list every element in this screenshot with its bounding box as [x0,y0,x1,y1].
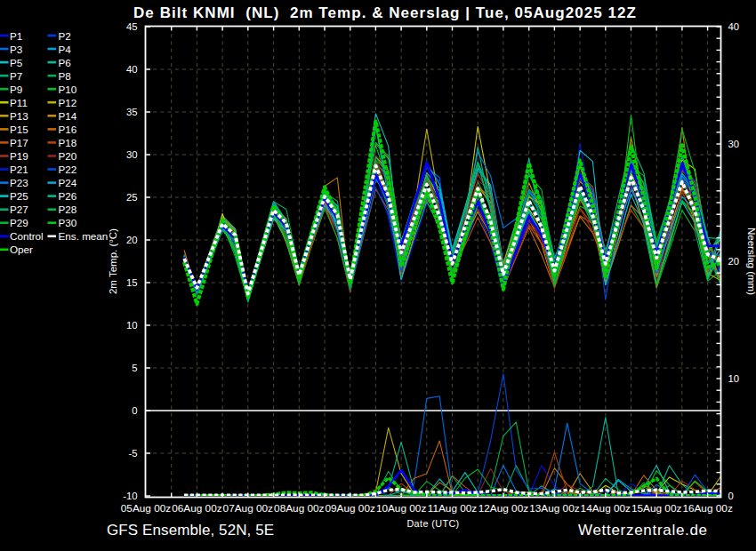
svg-text:30: 30 [728,139,740,149]
svg-text:11Aug 00z: 11Aug 00z [428,502,478,515]
svg-text:P14: P14 [59,110,77,122]
svg-text:10Aug 00z: 10Aug 00z [376,502,427,515]
svg-text:P17: P17 [10,137,28,148]
svg-text:10: 10 [126,320,138,331]
svg-text:P3: P3 [10,44,22,55]
svg-text:P7: P7 [10,70,22,82]
svg-text:P9: P9 [10,84,22,95]
svg-text:P8: P8 [59,70,71,82]
svg-text:GFS Ensemble, 52N, 5E: GFS Ensemble, 52N, 5E [107,522,274,539]
svg-text:P4: P4 [59,44,72,55]
svg-text:P28: P28 [59,204,77,215]
svg-text:P22: P22 [59,164,77,175]
svg-text:20: 20 [126,235,138,245]
svg-text:0: 0 [728,491,734,501]
svg-text:P19: P19 [10,150,28,162]
svg-text:15: 15 [126,277,138,288]
svg-text:-10: -10 [123,491,137,501]
svg-text:09Aug 00z: 09Aug 00z [325,502,375,515]
svg-text:05Aug 00z: 05Aug 00z [121,502,172,515]
svg-text:Wetterzentrale.de: Wetterzentrale.de [578,522,708,539]
svg-text:14Aug 00z: 14Aug 00z [581,502,631,515]
svg-text:Date (UTC): Date (UTC) [406,518,459,529]
svg-text:40: 40 [126,64,138,75]
svg-text:De Bilt KNMI (NL) 2m Temp. &: De Bilt KNMI (NL) 2m Temp. & Neerslag | … [133,4,637,21]
svg-text:P23: P23 [10,177,28,188]
svg-text:Ens. mean: Ens. mean [59,230,109,242]
svg-text:25: 25 [126,192,138,203]
svg-text:P24: P24 [59,177,77,188]
svg-text:P27: P27 [10,204,28,215]
svg-text:P16: P16 [59,124,77,135]
svg-text:Neerslag (mm): Neerslag (mm) [746,228,756,295]
svg-text:P1: P1 [10,30,22,42]
svg-text:P5: P5 [10,57,23,68]
svg-text:P2: P2 [59,30,71,42]
svg-text:0: 0 [132,405,137,416]
svg-text:30: 30 [126,149,138,160]
svg-text:40: 40 [728,21,740,32]
svg-text:20: 20 [728,256,740,267]
svg-text:12Aug 00z: 12Aug 00z [479,502,529,515]
svg-text:P25: P25 [10,190,28,202]
svg-text:P21: P21 [10,164,28,175]
svg-text:P10: P10 [59,84,77,95]
svg-text:P15: P15 [10,124,28,135]
svg-text:P18: P18 [59,137,77,148]
svg-text:P20: P20 [59,150,77,162]
svg-text:07Aug 00z: 07Aug 00z [223,502,274,515]
svg-text:2m Temp. (°C): 2m Temp. (°C) [108,228,118,294]
svg-text:P6: P6 [59,57,71,68]
svg-text:15Aug 00z: 15Aug 00z [631,502,682,515]
svg-text:10: 10 [728,373,740,384]
svg-text:5: 5 [132,363,137,373]
svg-text:13Aug 00z: 13Aug 00z [529,502,580,515]
svg-text:-5: -5 [128,448,137,459]
svg-text:P11: P11 [10,97,28,108]
svg-text:06Aug 00z: 06Aug 00z [172,502,222,515]
svg-text:08Aug 00z: 08Aug 00z [274,502,325,515]
svg-text:P26: P26 [59,190,77,202]
svg-text:35: 35 [126,107,138,117]
svg-text:Control: Control [10,230,44,242]
svg-text:P13: P13 [10,110,28,122]
svg-text:16Aug 00z: 16Aug 00z [682,502,733,515]
svg-text:Oper: Oper [10,244,33,255]
svg-text:P12: P12 [59,97,77,108]
svg-text:P29: P29 [10,217,28,228]
svg-text:P30: P30 [59,217,77,228]
svg-text:45: 45 [126,21,138,32]
